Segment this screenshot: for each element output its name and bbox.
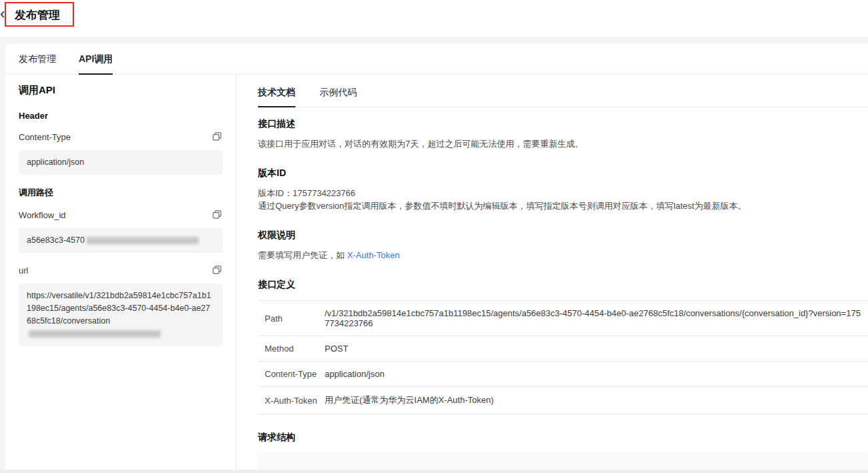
page-title: 发布管理	[15, 7, 60, 23]
redacted-blur	[87, 237, 199, 244]
bottom-edge-strip	[0, 470, 868, 473]
workflow-id-value[interactable]: a56e83c3-4570	[19, 228, 223, 253]
api-definition-table: Path /v1/321bdb2a59814e1cbc757a1b1198ec1…	[258, 300, 868, 414]
table-row: X-Auth-Token 用户凭证(通常为华为云IAM的X-Auth-Token…	[258, 387, 868, 414]
copy-icon[interactable]	[212, 131, 223, 142]
tab-release-management[interactable]: 发布管理	[19, 53, 56, 74]
page-header: ‹ 发布管理	[0, 0, 868, 37]
tab-technical-doc[interactable]: 技术文档	[258, 87, 295, 107]
copy-icon[interactable]	[212, 265, 223, 276]
auth-heading: 权限说明	[258, 229, 868, 242]
table-row: Content-Type application/json	[258, 362, 868, 387]
header-group-heading: Header	[19, 111, 223, 121]
version-desc-line: 通过Query参数version指定调用版本，参数值不填时默认为编辑版本，填写指…	[258, 199, 868, 212]
request-structure-heading: 请求结构	[258, 432, 868, 444]
content-type-value[interactable]: application/json	[19, 150, 223, 175]
table-row: Path /v1/321bdb2a59814e1cbc757a1b1198ec1…	[258, 301, 868, 336]
version-id-line: 版本ID：1757734223766	[258, 187, 868, 199]
copy-icon[interactable]	[212, 209, 223, 220]
call-path-heading: 调用路径	[19, 187, 223, 199]
content-type-label: Content-Type	[19, 132, 71, 142]
back-icon[interactable]: ‹	[0, 7, 5, 21]
api-definition-heading: 接口定义	[258, 279, 868, 291]
doc-panel: 技术文档 示例代码 接口描述 该接口用于应用对话，对话的有效期为7天，超过之后可…	[237, 75, 868, 473]
table-row: Method POST	[258, 336, 868, 362]
auth-body: 需要填写用户凭证，如 X-Auth-Token	[258, 249, 868, 262]
page-background: 发布管理 API调用 调用API Header Content-Type app…	[0, 37, 868, 473]
url-value[interactable]: https://versatile/v1/321bdb2a59814e1cbc7…	[19, 284, 223, 346]
main-tabbar: 发布管理 API调用	[5, 43, 868, 75]
tab-api-call[interactable]: API调用	[79, 53, 113, 74]
api-description-heading: 接口描述	[258, 118, 868, 130]
url-label: url	[19, 266, 28, 276]
x-auth-token-link[interactable]: X-Auth-Token	[347, 250, 400, 260]
call-api-title: 调用API	[19, 84, 223, 97]
workflow-id-label: Workflow_id	[19, 210, 66, 220]
redacted-blur	[29, 330, 161, 338]
doc-tabbar: 技术文档 示例代码	[258, 81, 868, 107]
call-api-panel: 调用API Header Content-Type application/js…	[5, 75, 237, 473]
version-heading: 版本ID	[258, 167, 868, 179]
api-description-body: 该接口用于应用对话，对话的有效期为7天，超过之后可能无法使用，需要重新生成。	[258, 137, 868, 150]
tab-sample-code[interactable]: 示例代码	[319, 87, 357, 107]
content-card: 发布管理 API调用 调用API Header Content-Type app…	[5, 43, 868, 473]
